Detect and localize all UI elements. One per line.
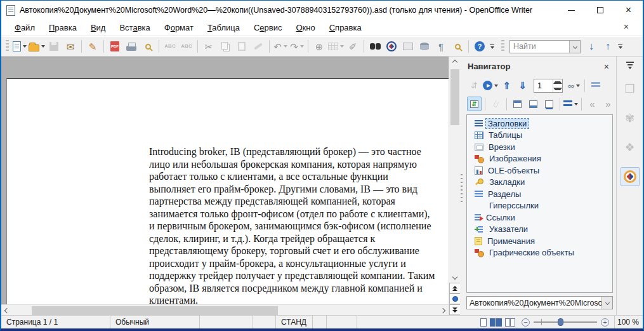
navigator-tree-item[interactable]: OLE-объекты: [473, 165, 612, 177]
close-button[interactable]: ×: [614, 1, 643, 20]
page-number-spinbox[interactable]: 1: [534, 79, 563, 93]
zoom-slider[interactable]: − +: [522, 318, 609, 327]
print-button[interactable]: [124, 39, 139, 54]
insert-mode-label: СТАНД: [281, 318, 306, 327]
sidebar-settings-button[interactable]: [626, 62, 634, 69]
next-page-nav-button[interactable]: ⇓: [515, 78, 530, 93]
vertical-scrollbar[interactable]: [449, 57, 460, 316]
find-next-button[interactable]: ↓: [584, 39, 599, 54]
sidebar-deck-properties[interactable]: ❒: [621, 79, 640, 98]
menu-item-label: правка: [335, 23, 362, 32]
export-pdf-button[interactable]: PDF: [107, 39, 122, 54]
previous-page-button[interactable]: [449, 283, 461, 294]
previous-page-nav-button[interactable]: ⇑: [499, 78, 514, 93]
open-button[interactable]: [29, 39, 45, 54]
spin-down-icon: [553, 88, 562, 90]
edit-file-button[interactable]: ✎: [85, 39, 100, 54]
page-number-value[interactable]: 1: [534, 79, 553, 92]
navigator-tree-item[interactable]: Изображения: [473, 153, 612, 165]
multi-page-view-icon[interactable]: [490, 318, 502, 327]
gallery-button[interactable]: [400, 39, 416, 54]
navigator-tree-item[interactable]: Ссылки: [473, 212, 612, 224]
menu-item[interactable]: Файл: [8, 20, 42, 35]
menu-item[interactable]: Сервис: [247, 20, 289, 35]
navigator-tree-item[interactable]: Заголовки: [473, 118, 612, 130]
zoom-button[interactable]: [450, 39, 465, 54]
navigator-tree-item[interactable]: Примечания: [473, 235, 612, 247]
toolbar-overflow-button[interactable]: [490, 44, 494, 49]
spin-down-button[interactable]: [553, 86, 562, 92]
insert-mode-cell[interactable]: СТАНД: [276, 316, 313, 328]
minimize-button[interactable]: [557, 1, 586, 20]
navigator-tree-item[interactable]: Таблицы: [473, 130, 612, 142]
navigator-tree-item[interactable]: Разделы: [473, 188, 612, 200]
drag-mode-button[interactable]: ∞: [567, 78, 581, 93]
document-page[interactable]: Introducing broker, IB (представляющий б…: [6, 78, 449, 304]
navigator-tree-item[interactable]: Указатели: [473, 224, 612, 236]
sidebar-deck-gallery[interactable]: ✾: [621, 109, 640, 128]
menu-item[interactable]: Вставка: [112, 20, 157, 35]
navigator-tree-item[interactable]: Гиперссылки: [473, 200, 612, 212]
menu-item[interactable]: Правка: [42, 20, 84, 35]
selection-mode-cell[interactable]: [313, 316, 327, 328]
header-button[interactable]: [510, 97, 525, 111]
navigator-close-button[interactable]: ×: [601, 62, 612, 72]
navigator-tree-item[interactable]: Графические объекты: [473, 247, 612, 259]
single-page-view-icon[interactable]: [480, 318, 487, 327]
close-document-button[interactable]: ×: [621, 22, 631, 32]
find-replace-button[interactable]: [367, 39, 383, 54]
sidebar-deck-navigator[interactable]: [621, 167, 640, 186]
find-toolbar-grip[interactable]: [501, 40, 504, 53]
language-cell[interactable]: [200, 316, 253, 328]
find-toolbar-overflow-button[interactable]: [618, 44, 622, 49]
toolbar-grip[interactable]: [6, 40, 9, 53]
menu-item[interactable]: Справка: [322, 20, 369, 35]
content-view-button[interactable]: ⇵: [467, 97, 482, 111]
zoom-level-cell[interactable]: 100 %: [614, 316, 643, 328]
formatting-marks-button[interactable]: ¶: [433, 39, 449, 54]
page-count-cell[interactable]: Страница 1 / 1: [1, 316, 110, 328]
vertical-scroll-thumb[interactable]: [450, 69, 459, 125]
zoom-slider-track[interactable]: [534, 321, 597, 323]
scroll-down-button[interactable]: [449, 271, 461, 282]
page-style-cell[interactable]: Обычный: [110, 316, 200, 328]
horizontal-scrollbar[interactable]: [1, 304, 449, 316]
navigation-button[interactable]: [483, 78, 498, 93]
zoom-out-button[interactable]: −: [522, 318, 530, 327]
document-text[interactable]: Introducing broker, IB (представляющий б…: [149, 145, 449, 304]
zoom-slider-handle[interactable]: [558, 318, 563, 326]
data-sources-button[interactable]: [417, 39, 432, 54]
navigator-document-selector[interactable]: Автокопия%20Документ%20Microsoft: [466, 296, 613, 309]
navigator-tree-item[interactable]: Закладки: [473, 177, 612, 189]
menu-item[interactable]: Формат: [157, 20, 200, 35]
heading-levels-button[interactable]: [563, 97, 578, 111]
email-button[interactable]: ✉: [63, 39, 78, 54]
find-previous-button[interactable]: ↑: [600, 39, 615, 54]
navigator-tree-item[interactable]: Врезки: [473, 141, 612, 153]
sidebar-deck-styles[interactable]: ❖: [621, 138, 640, 157]
help-button[interactable]: ?: [472, 39, 487, 54]
zoom-in-button[interactable]: +: [601, 318, 609, 327]
scroll-up-button[interactable]: [449, 57, 461, 67]
footer-button[interactable]: [526, 97, 541, 111]
navigator-button[interactable]: [384, 39, 399, 54]
new-document-button[interactable]: [12, 39, 27, 54]
find-input[interactable]: Найти: [509, 40, 581, 53]
maximize-button[interactable]: [586, 1, 614, 20]
menu-item[interactable]: Таблица: [200, 20, 247, 35]
menu-item[interactable]: Окно: [289, 20, 322, 35]
document-view[interactable]: Introducing broker, IB (представляющий б…: [1, 57, 449, 304]
anchor-text-button[interactable]: [542, 97, 556, 111]
page-preview-button[interactable]: [140, 39, 155, 54]
page-preview-icon: [145, 44, 151, 50]
find-dropdown-button[interactable]: [569, 41, 580, 53]
book-view-icon[interactable]: [505, 318, 515, 327]
spin-up-button[interactable]: [553, 79, 562, 86]
horizontal-scroll-thumb[interactable]: [32, 306, 278, 315]
navigation-target-button[interactable]: [449, 294, 461, 304]
menu-item[interactable]: Вид: [84, 20, 113, 35]
list-box-button[interactable]: [588, 78, 603, 93]
navigation-dot-icon: [452, 296, 458, 302]
document-selector-dropdown[interactable]: [601, 297, 612, 309]
next-page-button[interactable]: [449, 304, 461, 315]
